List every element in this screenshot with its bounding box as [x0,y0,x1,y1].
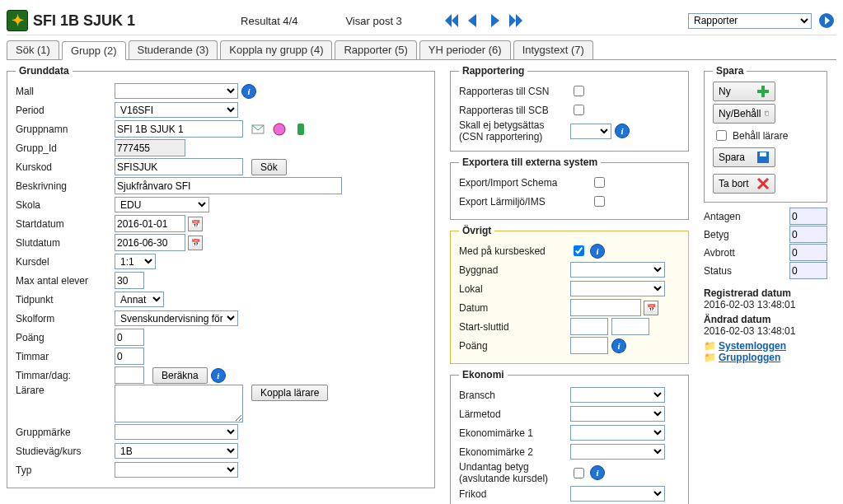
spara-legend: Spara [713,65,747,77]
tab-sok[interactable]: Sök (1) [7,40,59,59]
poang-label: Poäng [16,332,115,343]
kursbesked-label: Med på kursbesked [459,245,570,257]
info-icon[interactable]: i [615,124,630,138]
byggnad-select[interactable] [570,262,665,278]
spara-button[interactable]: Spara [713,147,775,167]
rapportering-fieldset: Rapportering Rapporteras till CSN Rappor… [450,65,689,152]
avbrott-value [789,244,827,261]
svg-rect-5 [757,90,769,93]
maxantal-input[interactable] [115,272,144,289]
tab-grupp[interactable]: Grupp (2) [62,41,126,60]
calendar-icon[interactable]: 📅 [188,217,203,231]
tab-intygstext[interactable]: Intygstext (7) [513,40,593,59]
tab-rapporter[interactable]: Rapporter (5) [335,40,416,59]
exportera-fieldset: Exportera till externa system Export/Imp… [450,156,689,220]
sok-button[interactable]: Sök [251,159,287,175]
svg-point-2 [274,124,285,135]
lokal-select[interactable] [570,281,665,296]
prev-button[interactable] [463,11,483,30]
ovrigt-poang-input[interactable] [570,337,608,354]
last-button[interactable] [506,11,526,30]
kursbesked-checkbox[interactable] [574,245,584,256]
svg-rect-9 [760,152,766,156]
ekonomi-legend: Ekonomi [459,369,508,380]
systemloggen-link[interactable]: Systemloggen [719,340,786,352]
berakna-button[interactable]: Beräkna [152,367,208,384]
ny-behall-button[interactable]: Ny/Behåll [713,104,775,124]
tab-yh-perioder[interactable]: YH perioder (6) [419,40,511,59]
tab-koppla-ny-grupp[interactable]: Koppla ny grupp (4) [220,40,332,59]
poang-input[interactable] [115,329,144,346]
kursdel-label: Kursdel [16,256,115,268]
grupploggen-link[interactable]: Grupploggen [719,352,780,363]
first-button[interactable] [442,11,461,30]
period-select[interactable]: V16SFI [115,102,238,118]
gruppnamn-input[interactable] [115,120,243,138]
timmardag-input[interactable] [115,366,144,384]
folder-icon: 📁 [704,352,716,363]
skolform-select[interactable]: Svenskundervisning för in [115,310,238,326]
status-label: Status [704,265,732,277]
maxantal-label: Max antal elever [16,275,115,287]
timmar-label: Timmar [16,351,115,362]
startdatum-input[interactable] [115,215,185,232]
tab-studerande[interactable]: Studerande (3) [129,40,218,59]
reports-select[interactable]: Rapporter [688,13,812,29]
frikod-select[interactable] [570,486,665,502]
info-icon[interactable]: i [590,465,605,480]
period-label: Period [16,105,115,116]
beskrivning-label: Beskrivning [16,180,115,192]
slutdatum-input[interactable] [115,234,185,251]
scb-checkbox[interactable] [574,105,584,115]
palette-icon[interactable] [273,123,286,136]
plus-icon [756,85,770,98]
beskrivning-input[interactable] [115,177,342,194]
tabort-button[interactable]: Ta bort [713,174,775,194]
mall-select[interactable] [115,83,238,99]
behall-larare-checkbox[interactable] [716,130,727,141]
next-button[interactable] [485,11,504,30]
title-text: SFI 1B SJUK 1 [33,12,135,30]
timmar-input[interactable] [115,348,144,365]
info-icon[interactable]: i [241,84,256,99]
schema-checkbox[interactable] [594,177,605,188]
datum-input[interactable] [570,299,641,316]
csn-checkbox[interactable] [574,86,584,96]
reg-title: Registrerad datum [704,287,827,299]
calendar-icon[interactable]: 📅 [644,301,658,315]
undantag-checkbox[interactable] [574,468,584,478]
info-icon[interactable]: i [590,244,605,259]
skola-label: Skola [16,199,115,211]
tidpunkt-select[interactable]: Annat [115,292,164,307]
go-button[interactable] [817,11,836,30]
starttid-input[interactable] [570,318,608,335]
betyg-select[interactable] [570,124,611,139]
larmiljo-checkbox[interactable] [594,196,605,207]
gruppmarke-select[interactable] [115,424,238,440]
sluttid-input[interactable] [611,318,649,335]
mod-title: Ändrad datum [704,314,827,325]
avbrott-label: Avbrott [704,247,735,259]
koppla-larare-button[interactable]: Koppla lärare [251,385,328,401]
kursdel-select[interactable]: 1:1 [115,254,156,269]
larare-textarea[interactable] [115,385,243,422]
mall-label: Mall [16,86,115,97]
studievag-select[interactable]: 1B [115,443,238,459]
info-icon[interactable]: i [211,368,226,383]
skola-select[interactable]: EDU [115,197,209,212]
info-icon[interactable]: i [611,338,626,353]
result-text: Resultat 4/4 [241,15,297,27]
em1-select[interactable] [570,425,665,441]
mail-icon[interactable] [251,123,265,136]
phone-icon[interactable] [294,123,307,136]
slutdatum-label: Slutdatum [16,237,115,249]
schema-label: Export/Import Schema [459,177,591,189]
kurskod-input[interactable] [115,158,243,175]
calendar-icon[interactable]: 📅 [188,236,203,250]
bransch-select[interactable] [570,387,665,403]
scb-label: Rapporteras till SCB [459,105,570,116]
ny-button[interactable]: Ny [713,82,775,101]
em2-select[interactable] [570,444,665,460]
larmetod-select[interactable] [570,406,665,422]
typ-select[interactable] [115,462,238,478]
